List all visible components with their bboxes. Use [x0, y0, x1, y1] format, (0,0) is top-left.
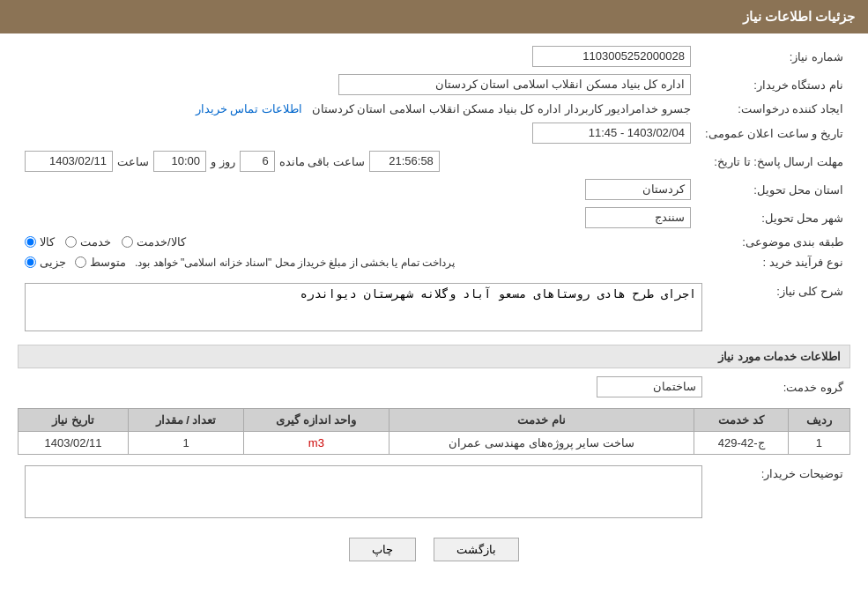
sharh-table: شرح کلی نیاز: // Fill textarea after DOM… — [18, 279, 850, 338]
shomare-niaz-value: 1103005252000028 — [18, 42, 698, 71]
noue-farayand-type-row: پرداخت تمام یا بخشی از مبلغ خریداز محل "… — [25, 256, 691, 269]
table-cell-vahed_andazegiri: m3 — [243, 432, 389, 455]
tosifat-textarea[interactable] — [25, 465, 702, 518]
mohlat-date-row: 21:56:58 ساعت باقی مانده 6 روز و 10:00 س… — [25, 151, 691, 172]
shahr-label: شهر محل تحویل: — [698, 204, 850, 232]
sharh-textarea[interactable] — [25, 283, 702, 331]
ostan-row: استان محل تحویل: کردستان — [18, 175, 850, 204]
noue-motovaset-label: متوسط — [90, 256, 126, 269]
nam-dastgah-row: نام دستگاه خریدار: اداره کل بنیاد مسکن ا… — [18, 71, 850, 99]
tarikh-row: تاریخ و ساعت اعلان عمومی: 1403/02/04 - 1… — [18, 119, 850, 147]
tabaqe-khedmat-label: خدمت — [80, 235, 111, 249]
shomare-niaz-label: شماره نیاز: — [698, 42, 850, 71]
service-info-section-title: اطلاعات خدمات مورد نیاز — [18, 345, 850, 368]
ostan-label: استان محل تحویل: — [698, 175, 850, 204]
header-title: جزئیات اطلاعات نیاز — [743, 9, 855, 24]
ijad-value: جسرو خدامرادیور کاربردار اداره کل بنیاد … — [18, 99, 698, 119]
shahr-row: شهر محل تحویل: سنندج — [18, 204, 850, 232]
tabaqe-kala-khedmat-item: کالا/خدمت — [122, 235, 186, 249]
tabaqe-kala-khedmat-label: کالا/خدمت — [137, 235, 186, 249]
table-cell-radif: 1 — [788, 432, 849, 455]
group-service-row: گروه خدمت: ساختمان — [18, 373, 850, 401]
mohlat-roz-field: 6 — [240, 151, 275, 172]
table-cell-tedad_megdar: 1 — [129, 432, 244, 455]
mohlat-remaining-label: ساعت باقی مانده — [279, 155, 365, 168]
noue-jozyi-radio[interactable] — [25, 256, 36, 268]
tabaqe-row: طبقه بندی موضوعی: کالا/خدمت خدمت کالا — [18, 232, 850, 252]
noue-desc: پرداخت تمام یا بخشی از مبلغ خریداز محل "… — [135, 256, 455, 269]
noue-motovaset-item: متوسط — [75, 256, 126, 269]
ostan-value: کردستان — [18, 175, 698, 204]
tabaqe-kala-item: کالا — [25, 235, 55, 249]
tarikh-label: تاریخ و ساعت اعلان عمومی: — [698, 119, 850, 147]
table-cell-name_khedmat: ساخت سایر پروژه‌های مهندسی عمران — [389, 432, 694, 455]
page-header: جزئیات اطلاعات نیاز — [0, 0, 868, 33]
tabaqe-khedmat-item: خدمت — [65, 235, 111, 249]
table-cell-kod_khedmat: ج-42-429 — [694, 432, 788, 455]
services-table-body: 1ج-42-429ساخت سایر پروژه‌های مهندسی عمرا… — [19, 432, 850, 455]
group-service-label: گروه خدمت: — [709, 373, 850, 401]
sharh-label: شرح کلی نیاز: — [709, 279, 850, 338]
sharh-row: شرح کلی نیاز: // Fill textarea after DOM… — [18, 279, 850, 338]
tabaqe-kala-radio[interactable] — [25, 236, 36, 248]
tosifat-table: توضیحات خریدار: — [18, 462, 850, 524]
table-row: 1ج-42-429ساخت سایر پروژه‌های مهندسی عمرا… — [19, 432, 850, 455]
col-tarikh-niaz: تاریخ نیاز — [19, 409, 129, 432]
col-radif: ردیف — [788, 409, 849, 432]
page-container: جزئیات اطلاعات نیاز شماره نیاز: 11030052… — [0, 0, 868, 609]
services-table-head: ردیف کد خدمت نام خدمت واحد اندازه گیری ت… — [19, 409, 850, 432]
shomare-niaz-field: 1103005252000028 — [532, 46, 691, 67]
mohlat-row: مهلت ارسال پاسخ: تا تاریخ: 21:56:58 ساعت… — [18, 147, 850, 175]
ijad-text: جسرو خدامرادیور کاربردار اداره کل بنیاد … — [312, 102, 691, 115]
services-table: ردیف کد خدمت نام خدمت واحد اندازه گیری ت… — [18, 408, 850, 455]
tosifat-label: توضیحات خریدار: — [709, 462, 850, 524]
group-service-table: گروه خدمت: ساختمان — [18, 373, 850, 401]
tarikh-value: 1403/02/04 - 11:45 — [18, 119, 698, 147]
group-service-value: ساختمان — [18, 373, 709, 401]
nam-dastgah-label: نام دستگاه خریدار: — [698, 71, 850, 99]
tabaqe-kala-label: کالا — [40, 235, 55, 249]
shomare-niaz-row: شماره نیاز: 1103005252000028 — [18, 42, 850, 71]
col-vahed-andazegiri: واحد اندازه گیری — [243, 409, 389, 432]
tosifat-row: توضیحات خریدار: — [18, 462, 850, 524]
mohlat-value: 21:56:58 ساعت باقی مانده 6 روز و 10:00 س… — [18, 147, 698, 175]
info-table: شماره نیاز: 1103005252000028 نام دستگاه … — [18, 42, 850, 272]
ijad-label: ایجاد کننده درخواست: — [698, 99, 850, 119]
ijad-row: ایجاد کننده درخواست: جسرو خدامرادیور کار… — [18, 99, 850, 119]
tarikh-field: 1403/02/04 - 11:45 — [532, 123, 691, 144]
mohlat-roz-label: روز و — [211, 155, 235, 168]
mohlat-label: مهلت ارسال پاسخ: تا تاریخ: — [698, 147, 850, 175]
noue-motovaset-radio[interactable] — [75, 256, 86, 268]
tabaqe-khedmat-radio[interactable] — [65, 236, 77, 248]
col-tedad-megdar: تعداد / مقدار — [129, 409, 244, 432]
noue-jozyi-label: جزیی — [40, 256, 66, 269]
mohlat-saat-field: 10:00 — [153, 151, 206, 172]
tabaqe-kala-khedmat-radio[interactable] — [122, 236, 133, 248]
noue-farayand-row: نوع فرآیند خرید : پرداخت تمام یا بخشی از… — [18, 252, 850, 272]
tabaqe-radio-row: کالا/خدمت خدمت کالا — [25, 235, 691, 249]
col-name-khedmat: نام خدمت — [389, 409, 694, 432]
group-service-field: ساختمان — [597, 376, 702, 397]
table-cell-tarikh_niaz: 1403/02/11 — [19, 432, 129, 455]
tabaqe-value: کالا/خدمت خدمت کالا — [18, 232, 698, 252]
print-button[interactable]: چاپ — [349, 538, 416, 561]
noue-farayand-label: نوع فرآیند خرید : — [698, 252, 850, 272]
ijad-link[interactable]: اطلاعات تماس خریدار — [196, 102, 302, 115]
noue-jozyi-item: جزیی — [25, 256, 66, 269]
mohlat-remaining-field: 21:56:58 — [369, 151, 440, 172]
services-table-header-row: ردیف کد خدمت نام خدمت واحد اندازه گیری ت… — [19, 409, 850, 432]
nam-dastgah-value: اداره کل بنیاد مسکن انقلاب اسلامی استان … — [18, 71, 698, 99]
tosifat-value-cell — [18, 462, 709, 524]
tabaqe-label: طبقه بندی موضوعی: — [698, 232, 850, 252]
noue-farayand-value: پرداخت تمام یا بخشی از مبلغ خریداز محل "… — [18, 252, 698, 272]
shahr-field: سنندج — [585, 207, 691, 228]
shahr-value: سنندج — [18, 204, 698, 232]
col-kod-khedmat: کد خدمت — [694, 409, 788, 432]
bottom-buttons: بازگشت چاپ — [18, 538, 850, 561]
main-content: شماره نیاز: 1103005252000028 نام دستگاه … — [0, 33, 868, 583]
nam-dastgah-field: اداره کل بنیاد مسکن انقلاب اسلامی استان … — [338, 74, 691, 95]
mohlat-saat-label: ساعت — [117, 155, 149, 168]
sharh-value-cell: // Fill textarea after DOM ready documen… — [18, 279, 709, 338]
ostan-field: کردستان — [585, 179, 691, 200]
back-button[interactable]: بازگشت — [434, 538, 519, 561]
